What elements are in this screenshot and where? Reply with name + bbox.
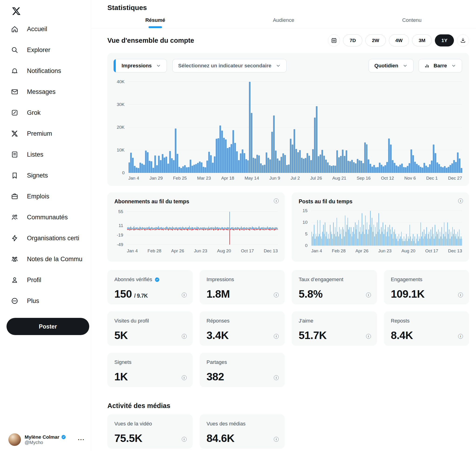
info-icon[interactable]: i <box>458 293 463 297</box>
bar <box>338 157 340 173</box>
range-1y[interactable]: 1Y <box>435 34 454 46</box>
diverging-bar <box>235 211 235 246</box>
diverging-bar <box>151 211 152 246</box>
x-tick-label: Apr 26 <box>355 248 368 253</box>
bar <box>359 160 360 173</box>
overview-title: Vue d'ensemble du compte <box>107 37 194 44</box>
info-icon[interactable]: i <box>458 198 463 203</box>
range-2w[interactable]: 2W <box>365 34 386 46</box>
account-switcher[interactable]: Mylène Colmar @Mycho ··· <box>8 433 85 446</box>
diverging-bar <box>168 211 169 246</box>
info-icon[interactable]: i <box>182 437 187 442</box>
calendar-button[interactable] <box>328 34 340 46</box>
sidebar-item-profil[interactable]: Profil <box>0 269 91 290</box>
chevron-down-icon <box>276 63 281 68</box>
info-icon[interactable]: i <box>182 334 187 339</box>
info-icon[interactable]: i <box>182 375 187 380</box>
diverging-bar <box>192 211 193 246</box>
bar <box>425 236 425 246</box>
sidebar-item-premium[interactable]: Premium <box>0 123 91 144</box>
sidebar-item-listes[interactable]: Listes <box>0 144 91 165</box>
sidebar-item-explorer[interactable]: Explorer <box>0 39 91 60</box>
bar <box>251 113 252 173</box>
diverging-bar <box>193 211 194 246</box>
y-axis-labels: 151050 <box>298 211 311 246</box>
bar <box>325 222 325 246</box>
bar <box>340 156 342 173</box>
profile-more-button[interactable]: ··· <box>78 436 85 443</box>
sidebar-item-label: Notes de la Commu <box>27 256 83 263</box>
bar <box>418 165 419 173</box>
diverging-bar <box>240 211 241 246</box>
sidebar-item-signets[interactable]: Signets <box>0 165 91 186</box>
info-icon[interactable]: i <box>274 375 279 380</box>
info-icon[interactable]: i <box>366 293 371 297</box>
tab-audience[interactable]: Audience <box>219 12 348 28</box>
diverging-bar <box>130 211 131 246</box>
sidebar-item-messages[interactable]: Messages <box>0 81 91 102</box>
post-button[interactable]: Poster <box>6 318 89 335</box>
bar <box>245 159 247 173</box>
stat-card-jaime: J'aime51.7K i <box>292 311 377 346</box>
info-icon[interactable]: i <box>182 293 187 297</box>
granularity-dropdown[interactable]: Quotidien <box>369 59 413 73</box>
bar <box>393 232 394 246</box>
bar <box>456 234 456 246</box>
sidebar-item-organisations[interactable]: Organisations certi <box>0 228 91 249</box>
diverging-bar <box>183 211 183 246</box>
download-button[interactable] <box>457 34 469 46</box>
diverging-bar <box>219 211 220 246</box>
secondary-metric-dropdown[interactable]: Sélectionnez un indicateur secondaire <box>172 59 286 73</box>
diverging-bar <box>129 211 129 246</box>
bar <box>387 232 387 246</box>
diverging-bar <box>134 211 135 246</box>
info-icon[interactable]: i <box>274 437 279 442</box>
sidebar-item-grok[interactable]: Grok <box>0 102 91 123</box>
bar <box>136 168 137 173</box>
sidebar: Accueil Explorer Notifications Messages … <box>0 0 91 451</box>
diverging-bar <box>163 211 164 246</box>
diverging-bar <box>234 211 234 246</box>
sidebar-item-notifications[interactable]: Notifications <box>0 60 91 81</box>
bar <box>348 161 349 173</box>
info-icon[interactable]: i <box>274 334 279 339</box>
bar <box>413 234 413 246</box>
bar <box>436 236 436 246</box>
diverging-bar <box>167 211 168 246</box>
diverging-bar <box>239 211 239 246</box>
info-icon[interactable]: i <box>458 334 463 339</box>
bar <box>381 227 382 246</box>
diverging-bar <box>224 211 224 246</box>
diverging-bar <box>237 211 238 246</box>
range-4w[interactable]: 4W <box>389 34 409 46</box>
bar <box>151 161 152 173</box>
bar <box>435 153 436 173</box>
tab-contenu[interactable]: Contenu <box>348 12 476 28</box>
x-logo[interactable] <box>10 5 22 17</box>
grok-icon <box>11 109 19 117</box>
diverging-bar <box>271 211 272 246</box>
bar <box>337 232 338 246</box>
bar <box>193 165 195 173</box>
diverging-bar <box>275 211 276 246</box>
primary-metric-dropdown[interactable]: Impressions <box>114 59 167 73</box>
range-3m[interactable]: 3M <box>412 34 432 46</box>
sidebar-item-emplois[interactable]: Emplois <box>0 186 91 207</box>
sidebar-item-plus[interactable]: Plus <box>0 290 91 311</box>
sidebar-item-accueil[interactable]: Accueil <box>0 19 91 39</box>
info-icon[interactable]: i <box>274 198 279 203</box>
range-7d[interactable]: 7D <box>343 34 362 46</box>
bar <box>371 227 372 246</box>
info-icon[interactable]: i <box>274 293 279 297</box>
diverging-bar <box>236 211 237 246</box>
diverging-bar <box>210 211 211 246</box>
chevron-down-icon <box>156 63 161 68</box>
chart-type-dropdown[interactable]: Barre <box>419 59 462 73</box>
bar <box>440 236 441 246</box>
bar <box>327 163 329 173</box>
sidebar-item-community-notes[interactable]: Notes de la Commu <box>0 249 91 269</box>
info-icon[interactable]: i <box>366 334 371 339</box>
bar <box>450 165 451 173</box>
tab-resume[interactable]: Résumé <box>91 12 219 28</box>
sidebar-item-communautes[interactable]: Communautés <box>0 207 91 228</box>
